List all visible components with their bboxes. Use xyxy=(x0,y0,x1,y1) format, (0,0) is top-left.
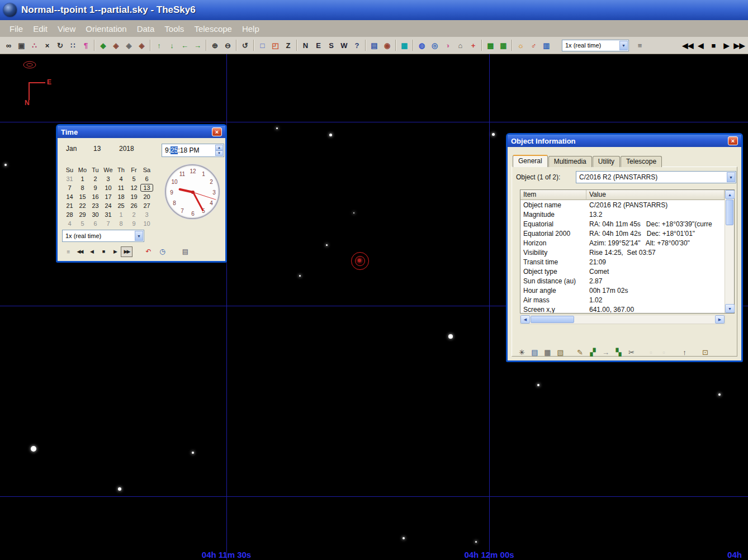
fov-indicator-icon[interactable]: ▣ xyxy=(15,39,28,52)
table-row[interactable]: Air mass1.02 xyxy=(520,295,725,305)
table-row[interactable]: Transit time21:09 xyxy=(520,257,725,267)
calculator-icon[interactable]: ▩ xyxy=(484,39,497,52)
table-row[interactable]: Sun distance (au)2.87 xyxy=(520,276,725,286)
telescope-gray-icon[interactable]: ◈ xyxy=(122,39,135,52)
object-combobox[interactable]: C/2016 R2 (PANSTARRS) ▼ xyxy=(576,171,736,183)
pan-right-icon[interactable]: → xyxy=(191,39,204,52)
look-north-icon[interactable]: N xyxy=(299,39,312,52)
scroll-up-button[interactable]: ▲ xyxy=(725,190,735,199)
calendar-month[interactable]: Jan xyxy=(66,145,77,153)
pan-up-icon[interactable]: ↑ xyxy=(153,39,165,52)
zoom-level-icon[interactable]: Z xyxy=(282,39,295,52)
step-back-button[interactable]: ◀ xyxy=(694,39,707,52)
tab-general[interactable]: General xyxy=(513,155,548,167)
tool-disabled-icon[interactable]: ▫ xyxy=(645,347,657,358)
help-icon[interactable]: ? xyxy=(351,39,363,52)
telescope-green-icon[interactable]: ◆ xyxy=(97,39,110,52)
calendar-date[interactable]: 27 xyxy=(140,202,153,210)
calendar-date[interactable]: 12 xyxy=(127,184,140,192)
zoom-previous-icon[interactable]: ◰ xyxy=(269,39,282,52)
column-header[interactable]: Item xyxy=(520,190,586,200)
calendar-date[interactable]: 10 xyxy=(102,184,115,192)
calendar-date[interactable]: 25 xyxy=(115,202,127,210)
calendar-date[interactable]: 11 xyxy=(115,184,127,192)
scrollbar-thumb[interactable] xyxy=(531,316,574,323)
telescope-link-icon[interactable]: ◈ xyxy=(110,39,122,52)
menu-view[interactable]: View xyxy=(53,24,81,34)
spin-up-button[interactable]: ▲ xyxy=(215,145,223,150)
close-button[interactable]: × xyxy=(212,127,222,136)
window-titlebar[interactable]: Normal--tpoint 1--partial.sky - TheSky6 xyxy=(0,0,748,20)
calendar-date[interactable]: 22 xyxy=(76,202,89,210)
edit-label-icon[interactable]: ✎ xyxy=(574,347,586,358)
calendar-date[interactable]: 26 xyxy=(127,202,140,210)
object-info-titlebar[interactable]: Object Information × xyxy=(508,135,741,147)
calendar-date[interactable]: 8 xyxy=(76,184,89,192)
horizontal-scrollbar[interactable]: ◀ ▶ xyxy=(520,315,725,324)
scrollbar-thumb[interactable] xyxy=(726,200,733,225)
fast-forward-button[interactable]: ▶▶ xyxy=(121,246,132,257)
calendar-date[interactable]: 23 xyxy=(89,202,102,210)
orbit-icon[interactable]: ↺ xyxy=(239,39,252,52)
menu-data[interactable]: Data xyxy=(132,24,160,34)
skip-to-start-button[interactable]: ◀◀ xyxy=(681,39,694,52)
find-icon[interactable]: ∞ xyxy=(2,39,15,52)
step-back-button[interactable]: ◀ xyxy=(86,246,97,257)
vertical-scrollbar[interactable]: ▲ ▼ xyxy=(725,190,734,313)
time-rate-combobox[interactable]: 1x (real time) ▼ xyxy=(62,230,144,242)
pan-left-icon[interactable]: ← xyxy=(178,39,191,52)
table-row[interactable]: Screen x,y641.00, 367.00 xyxy=(520,305,725,313)
menu-tools[interactable]: Tools xyxy=(159,24,189,34)
zoom-out-icon[interactable]: ⊖ xyxy=(221,39,234,52)
calendar-date[interactable]: 28 xyxy=(63,211,76,219)
calendar-date[interactable]: 5 xyxy=(127,175,140,183)
calendar-date[interactable]: 17 xyxy=(102,193,115,201)
star-chart-icon[interactable]: ∴ xyxy=(28,39,41,52)
calendar-date[interactable]: 4 xyxy=(63,220,76,227)
undo-time-icon[interactable]: ↶ xyxy=(143,246,154,257)
folder-icon[interactable]: ⊡ xyxy=(699,347,712,358)
scroll-left-button[interactable]: ◀ xyxy=(520,315,530,324)
look-east-icon[interactable]: E xyxy=(312,39,325,52)
refresh-icon[interactable]: ↻ xyxy=(54,39,67,52)
export-table-icon[interactable]: ▧ xyxy=(554,347,567,358)
calendar-date[interactable]: 1 xyxy=(76,175,89,183)
pan-down-icon[interactable]: ↓ xyxy=(165,39,178,52)
calendar-date[interactable]: 31 xyxy=(63,175,76,183)
calendar-date[interactable]: 30 xyxy=(89,211,102,219)
calendar-date[interactable]: 18 xyxy=(115,193,127,201)
calendar-date[interactable]: 20 xyxy=(140,193,153,201)
table-row[interactable]: VisibilityRise 14:25, Set 03:57 xyxy=(520,248,725,257)
calendar-date[interactable]: 4 xyxy=(115,175,127,183)
menu-orientation[interactable]: Orientation xyxy=(81,24,131,34)
calendar-date[interactable]: 15 xyxy=(76,193,89,201)
calendar-date[interactable]: 1 xyxy=(115,211,127,219)
table-row[interactable]: Magnitude13.2 xyxy=(520,210,725,219)
grip-icon[interactable]: ≡ xyxy=(62,246,74,257)
look-west-icon[interactable]: W xyxy=(338,39,351,52)
sun-icon[interactable]: ☼ xyxy=(514,39,527,52)
table-row[interactable]: Equatorial 2000RA: 04h 10m 42s Dec: +18°… xyxy=(520,229,725,238)
zoom-in-icon[interactable]: ⊕ xyxy=(209,39,221,52)
horizon-icon[interactable]: ◑ xyxy=(441,39,454,52)
table-row[interactable]: Hour angle00h 17m 02s xyxy=(520,286,725,295)
time-input[interactable]: 9:25:18 PM ▲ ▼ xyxy=(162,144,224,157)
calendar-date[interactable]: 3 xyxy=(102,175,115,183)
scroll-down-button[interactable]: ▼ xyxy=(725,304,735,313)
menu-help[interactable]: Help xyxy=(237,24,264,34)
collapse-icon[interactable]: ↑ xyxy=(678,347,691,358)
slew-icon[interactable]: → xyxy=(599,347,612,358)
calendar-date[interactable]: 8 xyxy=(115,220,127,227)
skip-to-start-button[interactable]: ◀◀ xyxy=(74,246,86,257)
calculator-alt-icon[interactable]: ▦ xyxy=(497,39,510,52)
time-rate-combobox[interactable]: 1x (real time) ▼ xyxy=(562,40,629,51)
spin-down-button[interactable]: ▼ xyxy=(215,150,223,156)
chevron-down-icon[interactable]: ▼ xyxy=(135,231,143,241)
graph-icon[interactable]: ▞ xyxy=(586,347,599,358)
look-south-icon[interactable]: S xyxy=(325,39,338,52)
ephemeris-icon[interactable]: ▚ xyxy=(612,347,625,358)
chevron-down-icon[interactable]: ▼ xyxy=(619,41,628,50)
calendar-date[interactable]: 9 xyxy=(89,184,102,192)
skip-to-end-button[interactable]: ▶▶ xyxy=(733,39,746,52)
layers-icon[interactable]: ≡ xyxy=(633,39,646,52)
